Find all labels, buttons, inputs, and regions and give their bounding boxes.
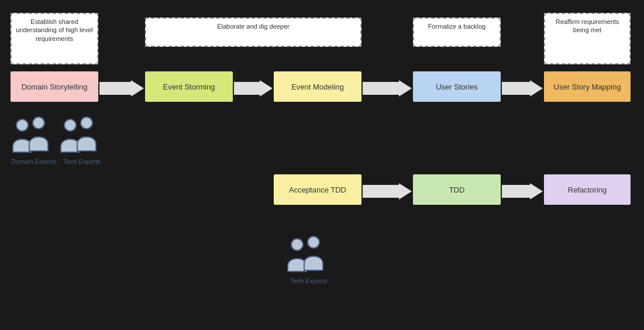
- arrow-head-6: [530, 183, 543, 200]
- acceptance-tdd-box: Acceptance TDD: [274, 174, 361, 205]
- arrow-body-3: [363, 82, 399, 95]
- arrow-3: [363, 80, 412, 97]
- arrow-body-5: [363, 185, 399, 198]
- domain-storytelling-box: Domain Storytelling: [11, 71, 98, 102]
- event-modeling-box: Event Modeling: [274, 71, 361, 102]
- user-story-mapping-box: User Story Mapping: [544, 71, 631, 102]
- svg-point-1: [33, 117, 44, 129]
- arrow-4: [502, 80, 543, 97]
- arrow-body-4: [502, 82, 530, 95]
- diagram-container: Establish shared understanding of high l…: [0, 0, 644, 330]
- note-elaborate: Elaborate and dig deeper: [145, 18, 361, 47]
- domain-experts-label: Domain Experts: [11, 158, 57, 165]
- domain-experts-svg: [11, 115, 57, 156]
- svg-point-0: [16, 119, 28, 131]
- arrow-body-2: [234, 82, 260, 95]
- note-formalize: Formalize a backlog: [413, 18, 501, 47]
- tdd-box: TDD: [413, 174, 501, 205]
- user-stories-box: User Stories: [413, 71, 501, 102]
- arrow-head-3: [399, 80, 412, 97]
- refactoring-box: Refactoring: [544, 174, 631, 205]
- arrow-5: [363, 183, 412, 200]
- arrow-head-1: [131, 80, 144, 97]
- tech-experts-bottom-svg: [285, 234, 332, 275]
- tech-experts-top-label: Tech Experts: [63, 158, 101, 165]
- tech-experts-bottom-label: Tech Experts: [290, 277, 328, 284]
- arrow-1: [99, 80, 144, 97]
- svg-point-3: [81, 117, 92, 129]
- event-storming-box: Event Storming: [145, 71, 233, 102]
- tech-experts-bottom-icon: [285, 234, 332, 275]
- domain-experts-icon: [11, 115, 57, 156]
- svg-point-2: [64, 119, 76, 131]
- arrow-head-2: [260, 80, 273, 97]
- note-establish: Establish shared understanding of high l…: [11, 13, 98, 64]
- arrow-6: [502, 183, 543, 200]
- tech-experts-top-group: Tech Experts: [58, 115, 105, 165]
- svg-point-4: [291, 239, 303, 250]
- arrow-head-4: [530, 80, 543, 97]
- note-reaffirm: Reaffirm requirements being met: [544, 13, 631, 64]
- tech-experts-bottom-group: Tech Experts: [285, 234, 332, 284]
- arrow-body-6: [502, 185, 530, 198]
- arrow-head-5: [399, 183, 412, 200]
- arrow-2: [234, 80, 273, 97]
- tech-experts-top-svg: [58, 115, 105, 156]
- domain-experts-group: Domain Experts: [11, 115, 57, 165]
- tech-experts-top-icon: [58, 115, 105, 156]
- svg-point-5: [308, 236, 319, 248]
- arrow-body-1: [99, 82, 131, 95]
